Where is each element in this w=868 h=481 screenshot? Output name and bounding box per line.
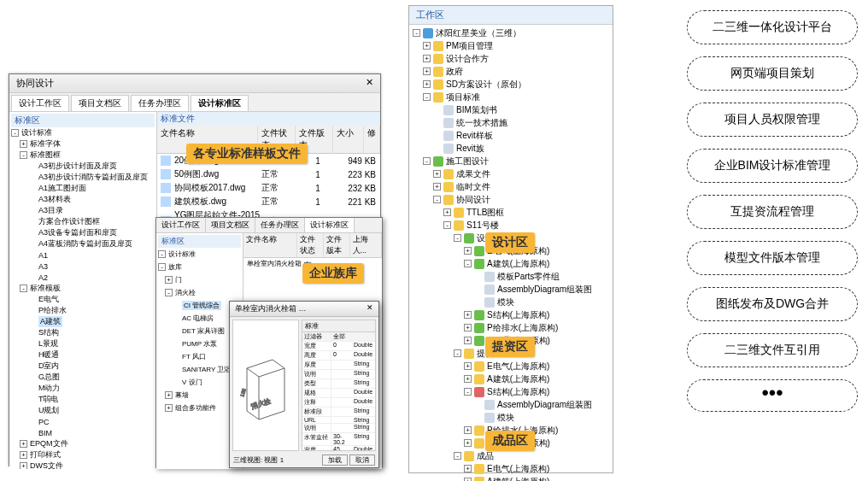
property-row[interactable]: 宽度45Double (302, 446, 375, 451)
tree-node[interactable]: P给排水 (11, 305, 155, 316)
tree-node[interactable]: +S结构(上海原构) (413, 308, 613, 321)
file-row[interactable]: 50例图.dwg正常1223 KB (157, 167, 380, 181)
property-row[interactable]: 规格Double (302, 389, 375, 398)
tree-node[interactable]: +EPQM文件 (11, 438, 155, 449)
property-row[interactable]: 厚度String (302, 361, 375, 370)
property-row[interactable]: 说明String (302, 424, 375, 433)
tree-node[interactable]: -标准模板 (11, 283, 155, 294)
close-icon[interactable]: ✕ (366, 77, 373, 88)
tree-header: 标准区 (158, 235, 241, 248)
tree-node[interactable]: L景观 (11, 338, 155, 349)
tree-node[interactable]: A建筑 (11, 316, 155, 327)
tree-node[interactable]: G总图 (11, 372, 155, 383)
tree-node[interactable]: BIM策划书 (413, 103, 613, 116)
tree-node[interactable]: -沭阳红星美业（三维） (413, 26, 613, 39)
tree-node[interactable]: +TTLB图框 (413, 206, 613, 219)
tree-node[interactable]: T弱电 (11, 394, 155, 405)
tree-node[interactable]: +打印样式 (11, 449, 155, 460)
tree-node[interactable]: -A建筑(上海原构) (413, 257, 613, 270)
tree-node[interactable]: -族库 (158, 261, 241, 273)
tree-node[interactable]: AssemblyDiagram组装图 (413, 398, 613, 411)
tab[interactable]: 项目文档区 (206, 218, 255, 232)
tree-node[interactable]: -S结构(上海原构) (413, 385, 613, 398)
tree-node[interactable]: 统一技术措施 (413, 116, 613, 129)
tree-node[interactable]: -消火栓 (158, 286, 241, 299)
tab-design-work[interactable]: 设计工作区 (11, 95, 69, 111)
tree-node[interactable]: A3设备专篇封面和扉页 (11, 227, 155, 238)
tree-node[interactable]: 模块 (413, 411, 613, 424)
tab-design-standard[interactable]: 设计标准区 (191, 95, 249, 111)
tree-node[interactable]: +E电气(上海原构) (413, 360, 613, 372)
tree-node[interactable]: +政府 (413, 65, 613, 78)
tree-node[interactable]: Revit样板 (413, 129, 613, 142)
tree-node[interactable]: A1 (11, 249, 155, 261)
tree-node[interactable]: -S11号楼 (413, 219, 613, 232)
doc-icon (443, 105, 454, 115)
tree-node[interactable]: +A建筑(上海原构) (413, 372, 613, 385)
property-row[interactable]: 注释Double (302, 398, 375, 408)
tree-node[interactable]: Revit族 (413, 142, 613, 155)
tree-node[interactable]: AssemblyDiagram组装图 (413, 283, 613, 296)
tree-node[interactable]: A3初步设计封面及扉页 (11, 161, 155, 172)
callout-family-lib: 企业族库 (302, 263, 364, 284)
tree-node[interactable]: S结构 (11, 327, 155, 338)
file-row[interactable]: 建筑模板.dwg正常1221 KB (157, 195, 380, 208)
tree-node[interactable]: +E电气(上海原构) (413, 462, 613, 475)
tab-project-doc[interactable]: 项目文档区 (71, 95, 129, 111)
cancel-button[interactable]: 取消 (349, 455, 375, 466)
tree-node[interactable]: +P给排水(上海原构) (413, 321, 613, 334)
load-button[interactable]: 加载 (322, 455, 348, 466)
property-row[interactable]: 说明String (302, 370, 375, 379)
tree-node[interactable]: A3初步设计消防专篇封面及扉页 (11, 172, 155, 183)
tree-node[interactable]: -施工图设计 (413, 155, 613, 167)
tree-node[interactable]: 模板Parts零件组 (413, 270, 613, 283)
tree-node[interactable]: -协同设计 (413, 193, 613, 206)
standard-tree[interactable]: 标准区 -设计标准+标准字体-标准图框A3初步设计封面及扉页A3初步设计消防专篇… (9, 112, 157, 469)
tab-task[interactable]: 任务办理区 (131, 95, 189, 111)
tree-node[interactable]: -项目标准 (413, 91, 613, 103)
property-row[interactable]: 类型String (302, 379, 375, 389)
tree-node[interactable]: -设计标准 (11, 127, 155, 138)
tab[interactable]: 设计标准区 (305, 218, 355, 232)
tree-node[interactable]: 模块 (413, 296, 613, 308)
tree-node[interactable]: M动力 (11, 383, 155, 394)
feature-item-more: ••• (687, 379, 858, 412)
tree-node[interactable]: H暖通 (11, 349, 155, 361)
feature-item: 网页端项目策划 (687, 56, 858, 91)
tree-node[interactable]: -设计标准 (158, 248, 241, 261)
tree-node[interactable]: +DWS文件 (11, 460, 155, 469)
close-icon[interactable]: ✕ (367, 303, 373, 312)
tree-node[interactable]: A3目录 (11, 205, 155, 216)
property-grid[interactable]: 标准 过滤器全部 宽度0Double高度0Double厚度String说明Str… (302, 320, 376, 451)
tree-node[interactable]: +标准字体 (11, 138, 155, 150)
tree-node[interactable]: +成果文件 (413, 167, 613, 180)
tree-node[interactable]: BIM (11, 427, 155, 438)
tree-node[interactable]: PC (11, 416, 155, 427)
tree-node[interactable]: +设计合作方 (413, 52, 613, 65)
tree-node[interactable]: A3材料表 (11, 194, 155, 205)
workspace-tree[interactable]: -沭阳红星美业（三维）+PM项目管理+设计合作方+政府+SD方案设计（原创）-项… (409, 25, 613, 481)
tree-node[interactable]: -标准图框 (11, 150, 155, 161)
tree-node[interactable]: +SD方案设计（原创） (413, 78, 613, 91)
tree-node[interactable]: 方案合作设计图框 (11, 216, 155, 227)
property-row[interactable]: 宽度0Double (302, 342, 375, 351)
tab[interactable]: 设计工作区 (156, 218, 206, 232)
tree-node[interactable]: A4蓝板消防专篇封面及扉页 (11, 238, 155, 249)
tree-node[interactable]: +A建筑(上海原构) (413, 475, 613, 481)
tab[interactable]: 任务办理区 (255, 218, 305, 232)
tree-node[interactable]: E电气 (11, 294, 155, 305)
property-row[interactable]: URLString (302, 417, 375, 424)
tree-node[interactable]: +门 (158, 273, 241, 286)
property-row[interactable]: 水管直径30-30.2String (302, 433, 375, 446)
tree-node[interactable]: A1施工图封面 (11, 183, 155, 194)
property-row[interactable]: 标准段String (302, 408, 375, 417)
property-row[interactable]: 高度0Double (302, 351, 375, 361)
tree-node[interactable]: A3 (11, 261, 155, 272)
tree-node[interactable]: A2 (11, 272, 155, 283)
tree-node[interactable]: +临时文件 (413, 180, 613, 193)
tree-node[interactable]: +PM项目管理 (413, 39, 613, 52)
tree-node[interactable]: -成品 (413, 449, 613, 462)
tree-node[interactable]: U规划 (11, 405, 155, 416)
tree-node[interactable]: D室内 (11, 361, 155, 372)
file-row[interactable]: 协同模板2017.dwg正常1232 KB (157, 181, 380, 195)
